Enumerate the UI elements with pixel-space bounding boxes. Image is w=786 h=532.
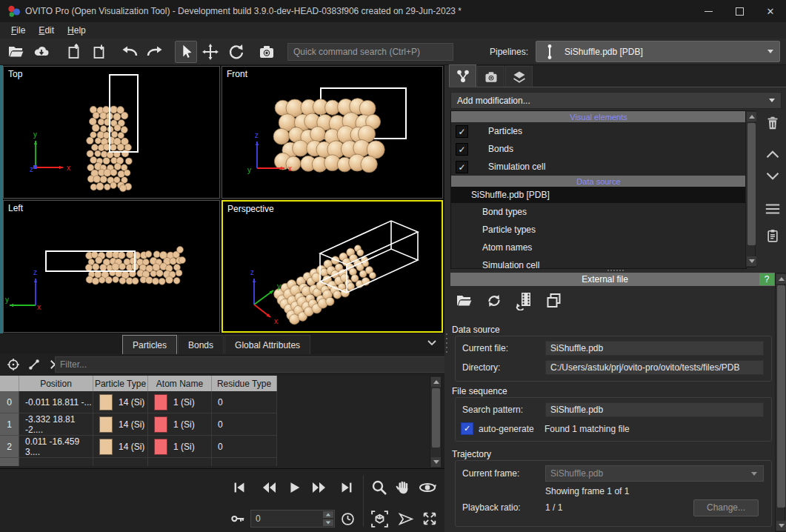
visibility-checkbox[interactable]: ✓ [456, 125, 468, 138]
column-header[interactable]: Atom Name [148, 376, 212, 391]
scroll-down-button[interactable] [776, 521, 786, 531]
maximize-button[interactable] [724, 0, 755, 22]
viewport-front-label[interactable]: Front [227, 69, 247, 79]
pipeline-list[interactable]: Visual elements✓Particles✓Bonds✓Simulati… [450, 110, 747, 269]
play-button[interactable] [284, 478, 304, 497]
pipeline-item-simulation-cell[interactable]: ✓Simulation cell [451, 158, 746, 176]
pick-new-file-button[interactable] [453, 290, 476, 311]
table-scrollbar[interactable] [430, 376, 442, 468]
column-header[interactable]: Residue Type [212, 376, 277, 391]
help-button[interactable]: ? [759, 273, 774, 285]
table-row[interactable]: 0-0.011 18.811 -...14 (Si)1 (Si)0 [0, 391, 430, 413]
jump-end-button[interactable] [337, 478, 356, 497]
pipeline-item-particle-types[interactable]: Particle types [451, 221, 746, 239]
viewport-front[interactable]: zxy Front [222, 66, 443, 199]
pick-bond-button[interactable] [25, 356, 43, 373]
scroll-thumb[interactable] [747, 123, 756, 245]
move-modifier-down-button[interactable] [762, 165, 784, 187]
zoom-scene-extents-button[interactable] [369, 508, 390, 529]
load-state-button[interactable] [89, 41, 110, 62]
viewport-perspective-label[interactable]: Perspective [227, 204, 274, 214]
pipeline-item-bonds[interactable]: ✓Bonds [451, 140, 746, 158]
rotate-mode-button[interactable] [225, 41, 246, 62]
viewport-top[interactable]: xyz Top [3, 66, 220, 199]
spin-up-button[interactable] [323, 511, 333, 518]
render-button[interactable] [256, 41, 277, 62]
viewport-left[interactable]: zyx Left [3, 200, 220, 333]
next-frame-button[interactable] [308, 478, 330, 497]
scroll-down-button[interactable] [747, 256, 756, 266]
scroll-thumb[interactable] [777, 285, 785, 508]
table-row[interactable]: 20.011 -16.459 3....14 (Si)1 (Si)0 [0, 436, 430, 458]
maximize-viewport-button[interactable] [419, 510, 440, 528]
tab-pipeline[interactable] [449, 64, 476, 87]
pan-mode-button[interactable] [393, 478, 413, 497]
add-modification-dropdown[interactable]: Add modification... [450, 92, 782, 109]
render-active-viewport-button[interactable] [395, 510, 416, 528]
scroll-up-button[interactable] [747, 112, 756, 122]
delete-modifier-button[interactable] [762, 112, 784, 134]
table-row[interactable]: 1-3.332 18.81 -2....14 (Si)1 (Si)0 [0, 413, 430, 436]
quick-command-search-input[interactable] [287, 43, 453, 61]
update-trajectory-button[interactable] [513, 290, 535, 311]
viewport-top-label[interactable]: Top [8, 69, 22, 79]
tab-global-attributes[interactable]: Global Attributes [224, 335, 310, 354]
previous-frame-button[interactable] [258, 478, 280, 497]
menu-file[interactable]: File [4, 24, 32, 37]
viewport-left-label[interactable]: Left [8, 203, 23, 213]
spin-down-button[interactable] [323, 519, 333, 526]
duplicate-source-button[interactable] [542, 290, 564, 311]
move-mode-button[interactable] [200, 41, 221, 62]
undo-button[interactable] [120, 41, 141, 62]
frame-spinbox[interactable] [250, 510, 335, 528]
zoom-mode-button[interactable] [369, 478, 390, 497]
visibility-checkbox[interactable]: ✓ [456, 161, 468, 173]
scroll-thumb[interactable] [432, 388, 440, 448]
column-header[interactable] [0, 376, 19, 391]
panel-horizontal-splitter[interactable] [450, 267, 780, 273]
orbit-mode-button[interactable] [416, 478, 439, 497]
collapse-inspector-chevron-icon[interactable] [427, 338, 437, 348]
minimize-button[interactable] [693, 0, 724, 22]
visibility-checkbox[interactable]: ✓ [456, 143, 468, 156]
auto-generate-checkbox[interactable]: ✓ [461, 422, 473, 435]
pipeline-list-scrollbar[interactable] [745, 110, 756, 267]
open-file-button[interactable] [6, 41, 27, 62]
jump-start-button[interactable] [230, 478, 249, 497]
scroll-up-button[interactable] [431, 377, 441, 387]
viewport-perspective[interactable]: zyx Perspective [222, 200, 443, 333]
tab-particles[interactable]: Particles [122, 335, 177, 354]
table-row-partial[interactable] [0, 458, 430, 466]
move-modifier-up-button[interactable] [762, 143, 784, 165]
menu-edit[interactable]: Edit [32, 24, 61, 37]
save-state-button[interactable] [64, 41, 84, 62]
pipeline-item-bond-types[interactable]: Bond types [451, 203, 746, 221]
particles-table[interactable]: PositionParticle TypeAtom NameResidue Ty… [0, 376, 430, 468]
redo-button[interactable] [144, 41, 164, 62]
reload-file-button[interactable] [483, 290, 505, 311]
select-mode-button[interactable] [175, 41, 197, 63]
pipeline-selector-dropdown[interactable]: SiShuffle.pdb [PDB] [536, 41, 780, 62]
filter-input[interactable] [55, 356, 446, 373]
animation-settings-button[interactable] [228, 510, 247, 528]
toggle-modifier-list-button[interactable] [762, 198, 784, 220]
close-button[interactable]: ✕ [755, 0, 786, 22]
pick-particle-button[interactable] [4, 356, 22, 373]
import-remote-button[interactable] [31, 41, 52, 62]
change-button[interactable]: Change... [693, 499, 759, 516]
column-header[interactable]: Particle Type [93, 376, 148, 391]
scroll-down-button[interactable] [431, 457, 441, 467]
copy-pipeline-button[interactable] [762, 225, 784, 247]
frame-number-input[interactable] [251, 511, 322, 527]
tab-bonds[interactable]: Bonds [178, 335, 224, 354]
animation-time-button[interactable] [338, 510, 357, 528]
pipeline-item-atom-names[interactable]: Atom names [451, 239, 746, 256]
column-header[interactable]: Position [19, 376, 93, 391]
tab-layers[interactable] [505, 66, 533, 87]
menu-help[interactable]: Help [61, 24, 93, 37]
tab-render[interactable] [477, 66, 504, 87]
pipeline-item-particles[interactable]: ✓Particles [451, 122, 746, 140]
current-frame-dropdown[interactable]: SiShuffle.pdb [545, 465, 764, 482]
scroll-up-button[interactable] [776, 274, 786, 284]
panel-scrollbar[interactable] [775, 273, 785, 532]
